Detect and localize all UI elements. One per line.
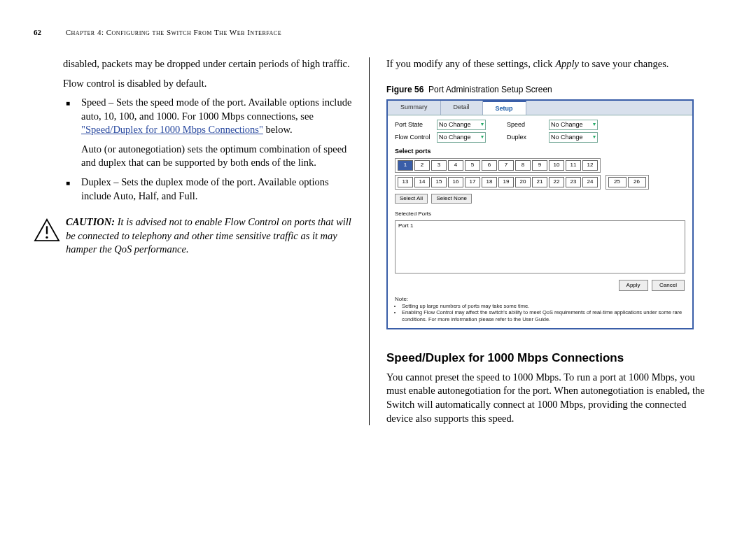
svg-point-2	[46, 236, 48, 239]
apply-button[interactable]: Apply	[619, 280, 648, 291]
port-19[interactable]: 19	[498, 177, 514, 187]
port-7[interactable]: 7	[498, 160, 514, 171]
select-ports-label: Select ports	[395, 147, 685, 155]
select-value: No Change	[439, 120, 471, 129]
port-17[interactable]: 17	[465, 177, 480, 187]
port-9[interactable]: 9	[532, 160, 547, 171]
tab-summary[interactable]: Summary	[388, 101, 441, 115]
tab-setup[interactable]: Setup	[483, 101, 526, 115]
note-label: Note:	[395, 296, 408, 302]
speed-label: Speed	[507, 120, 549, 129]
port-group-extra: 2526	[606, 175, 649, 190]
port-24[interactable]: 24	[582, 177, 598, 187]
body-text: to save your changes.	[579, 58, 668, 69]
port-3[interactable]: 3	[431, 160, 447, 171]
port-13[interactable]: 13	[398, 177, 413, 187]
port-14[interactable]: 14	[414, 177, 430, 187]
port-23[interactable]: 23	[566, 177, 581, 187]
figure-label: Figure 56	[386, 85, 424, 94]
warning-icon	[34, 218, 60, 246]
emphasis-apply: Apply	[555, 58, 579, 69]
body-text: You cannot preset the speed to 1000 Mbps…	[386, 371, 705, 425]
note-block: Note: Setting up large numbers of ports …	[388, 293, 692, 328]
chevron-down-icon: ▾	[481, 134, 484, 141]
chevron-down-icon: ▾	[593, 121, 596, 129]
flow-control-select[interactable]: No Change▾	[437, 132, 486, 143]
select-all-button[interactable]: Select All	[395, 194, 428, 204]
body-text: Flow control is disabled by default.	[63, 77, 352, 91]
port-21[interactable]: 21	[532, 177, 547, 187]
caution-block: CAUTION: It is advised not to enable Flo…	[34, 215, 352, 257]
body-text: If you modify any of these settings, cli…	[386, 57, 705, 71]
port-26[interactable]: 26	[628, 177, 646, 187]
select-value: No Change	[551, 133, 583, 141]
body-text: If you modify any of these settings, cli…	[386, 58, 555, 69]
body-text: disabled, packets may be dropped under c…	[63, 57, 352, 71]
port-2[interactable]: 2	[414, 160, 430, 171]
selected-ports-label: Selected Ports	[395, 211, 685, 218]
tabs: Summary Detail Setup	[388, 101, 692, 115]
speed-select[interactable]: No Change▾	[549, 120, 598, 130]
select-none-button[interactable]: Select None	[431, 194, 472, 204]
body-text: Speed – Sets the speed mode of the port.…	[81, 97, 351, 122]
flow-control-label: Flow Control	[395, 133, 437, 141]
body-text: below.	[263, 124, 293, 135]
port-6[interactable]: 6	[482, 160, 497, 171]
figure-title: Port Administration Setup Screen	[428, 85, 552, 94]
note-item: Setting up large numbers of ports may ta…	[402, 303, 685, 309]
port-grid: 123456789101112 131415161718192021222324…	[395, 158, 685, 190]
port-5[interactable]: 5	[465, 160, 480, 171]
page-header: 62 Chapter 4: Configuring the Switch Fro…	[34, 28, 722, 36]
select-value: No Change	[551, 120, 583, 129]
port-12[interactable]: 12	[582, 160, 598, 171]
bullet-duplex: Duplex – Sets the duplex mode of the por…	[81, 176, 352, 203]
port-25[interactable]: 25	[608, 177, 626, 187]
port-20[interactable]: 20	[515, 177, 531, 187]
selected-ports-box: Port 1	[395, 220, 685, 273]
page-number: 62	[34, 28, 41, 36]
select-value: No Change	[439, 133, 471, 141]
port-state-label: Port State	[395, 120, 437, 129]
chapter-title: Chapter 4: Configuring the Switch From T…	[66, 28, 281, 36]
port-8[interactable]: 8	[515, 160, 531, 171]
figure-caption: Figure 56 Port Administration Setup Scre…	[386, 84, 705, 95]
port-10[interactable]: 10	[549, 160, 564, 171]
tab-detail[interactable]: Detail	[441, 101, 483, 115]
cancel-button[interactable]: Cancel	[652, 280, 685, 291]
note-item: Enabling Flow Control may affect the swi…	[402, 309, 685, 322]
port-22[interactable]: 22	[549, 177, 564, 187]
port-group-top: 123456789101112	[395, 158, 601, 173]
right-column: If you modify any of these settings, cli…	[370, 57, 705, 425]
port-18[interactable]: 18	[482, 177, 497, 187]
port-1[interactable]: 1	[398, 160, 413, 171]
bullet-speed: Speed – Sets the speed mode of the port.…	[81, 96, 352, 137]
caution-text: CAUTION: It is advised not to enable Flo…	[66, 215, 352, 257]
selected-port-value: Port 1	[398, 222, 413, 229]
port-15[interactable]: 15	[431, 177, 447, 187]
section-heading: Speed/Duplex for 1000 Mbps Connections	[386, 350, 705, 367]
caution-label: CAUTION:	[66, 216, 115, 227]
chevron-down-icon: ▾	[593, 134, 596, 141]
port-11[interactable]: 11	[566, 160, 581, 171]
port-4[interactable]: 4	[448, 160, 463, 171]
link-speed-duplex[interactable]: "Speed/Duplex for 1000 Mbps Connections"	[81, 124, 263, 135]
chevron-down-icon: ▾	[481, 121, 484, 129]
body-text: Auto (or autonegotiation) sets the optim…	[81, 143, 352, 170]
left-column: disabled, packets may be dropped under c…	[34, 57, 370, 425]
port-state-select[interactable]: No Change▾	[437, 120, 486, 130]
port-admin-screenshot: Summary Detail Setup Port State No Chang…	[386, 99, 694, 329]
duplex-label: Duplex	[507, 133, 549, 141]
port-group-bottom: 131415161718192021222324	[395, 175, 601, 190]
duplex-select[interactable]: No Change▾	[549, 132, 598, 143]
port-16[interactable]: 16	[448, 177, 463, 187]
